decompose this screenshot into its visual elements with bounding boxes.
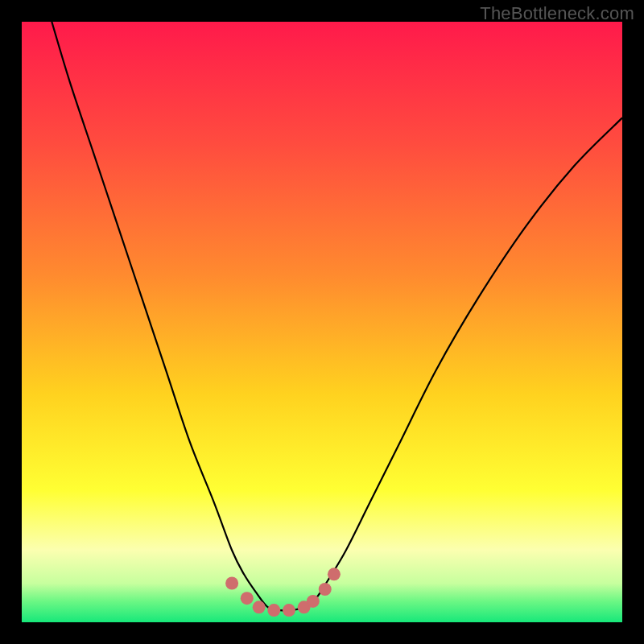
valley-dot: [319, 583, 332, 596]
valley-dot: [253, 601, 266, 613]
valley-dots-layer: [22, 22, 622, 622]
valley-dot: [328, 568, 341, 580]
valley-dot: [225, 577, 238, 590]
plot-area: [22, 22, 622, 622]
valley-dot: [241, 592, 254, 605]
watermark-text: TheBottleneck.com: [480, 3, 634, 24]
valley-dot: [307, 595, 320, 608]
valley-dot: [267, 604, 280, 617]
valley-dots: [225, 568, 341, 617]
page-root: TheBottleneck.com: [0, 0, 644, 644]
valley-dot: [283, 604, 295, 617]
